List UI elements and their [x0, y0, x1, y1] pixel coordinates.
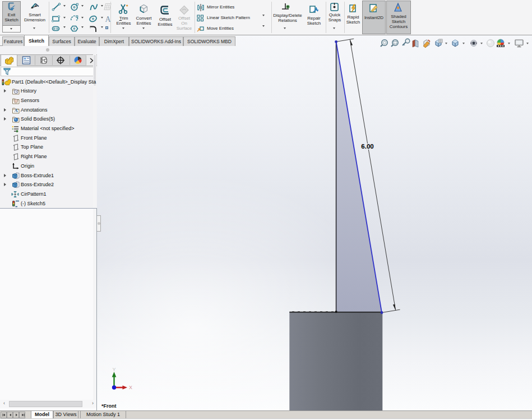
svg-text:A: A — [14, 108, 18, 113]
svg-text:Y: Y — [112, 367, 115, 372]
svg-text:6.00: 6.00 — [361, 143, 373, 150]
svg-text:X: X — [129, 385, 132, 390]
